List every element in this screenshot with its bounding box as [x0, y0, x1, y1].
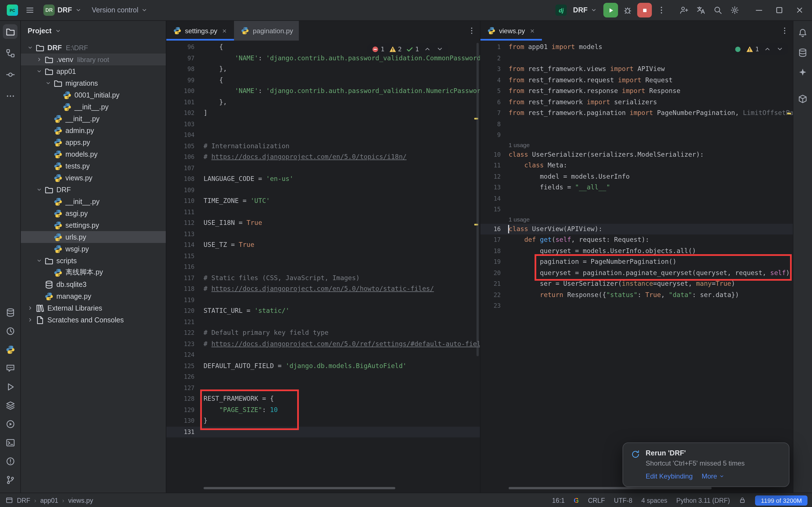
breadcrumb-item[interactable]: DRF	[17, 497, 30, 504]
code-line[interactable]: 117# Static files (CSS, JavaScript, Imag…	[166, 273, 480, 284]
code-line[interactable]: 106# https://docs.djangoproject.com/en/5…	[166, 152, 480, 163]
chevron-down-icon[interactable]	[35, 256, 43, 265]
chevron-right-icon[interactable]	[35, 55, 43, 64]
tree-item[interactable]: DRF	[21, 184, 166, 195]
tree-item[interactable]: models.py	[21, 148, 166, 160]
code-line[interactable]: 1 usage	[480, 215, 793, 223]
tree-item[interactable]: tests.py	[21, 160, 166, 172]
code-line[interactable]: 130}	[166, 415, 480, 427]
code-line[interactable]: 22 return Response({"status": True, "dat…	[480, 289, 793, 300]
database-tool-button[interactable]	[3, 305, 17, 320]
breadcrumb-item[interactable]: views.py	[68, 497, 93, 504]
tree-item[interactable]: 0001_initial.py	[21, 89, 166, 101]
encoding-widget[interactable]: UTF-8	[614, 497, 633, 504]
code-line[interactable]: 121	[166, 317, 480, 328]
code-line[interactable]: 23	[480, 300, 793, 312]
project-panel-header[interactable]: Project	[21, 21, 166, 41]
tree-item[interactable]: urls.py	[21, 231, 166, 243]
code-line[interactable]: 11 class Meta:	[480, 160, 793, 171]
code-line[interactable]: 113	[166, 229, 480, 239]
tree-item[interactable]: __init__.py	[21, 101, 166, 113]
code-line[interactable]: 12 model = models.UserInfo	[480, 171, 793, 182]
ai-chat-tool-button[interactable]	[3, 361, 17, 376]
horizontal-scrollbar[interactable]	[508, 487, 712, 489]
inspection-widget[interactable]: 1	[730, 43, 788, 55]
tree-item[interactable]: db.sqlite3	[21, 278, 166, 290]
tree-item[interactable]: __init__.py	[21, 113, 166, 124]
chev-up-icon[interactable]	[763, 45, 771, 53]
structure-tool-button[interactable]	[3, 46, 17, 60]
code-line[interactable]: 103	[166, 119, 480, 130]
code-line[interactable]: 7from rest_framework.pagination import P…	[480, 108, 793, 119]
chev-down-icon[interactable]	[436, 45, 444, 53]
more-actions-button[interactable]	[654, 3, 669, 17]
code-line[interactable]: 124	[166, 349, 480, 360]
code-line[interactable]: 9	[480, 130, 793, 140]
code-line[interactable]: 17 def get(self, request: Request):	[480, 234, 793, 245]
inspection-widget[interactable]: 121	[367, 43, 448, 55]
code-line[interactable]: 101 },	[166, 97, 480, 108]
chevron-down-icon[interactable]	[43, 78, 52, 88]
memory-indicator[interactable]: 1199 of 3200M	[755, 495, 808, 505]
debug-button[interactable]	[620, 3, 635, 17]
editor-tab-pagination-py[interactable]: pagination.py	[234, 21, 299, 41]
chev-up-icon[interactable]	[424, 45, 431, 53]
maximize-button[interactable]	[770, 2, 788, 18]
chevron-down-icon[interactable]	[35, 67, 43, 76]
close-button[interactable]	[791, 2, 809, 18]
tree-item[interactable]: .venvlibrary root	[21, 54, 166, 65]
tree-item[interactable]: 离线脚本.py	[21, 267, 166, 278]
code-line[interactable]: 99 {	[166, 75, 480, 86]
version-control-menu[interactable]: Version control	[88, 4, 152, 16]
notification-popup[interactable]: Rerun 'DRF' Shortcut 'Ctrl+F5' missed 5 …	[622, 443, 790, 487]
code-line[interactable]: 1 usage	[480, 140, 793, 149]
code-line[interactable]: 111	[166, 207, 480, 218]
history-tool-button[interactable]	[3, 324, 17, 338]
translate-button[interactable]	[694, 3, 708, 17]
code-line[interactable]: 16class UserView(APIView):	[480, 223, 793, 234]
minimize-button[interactable]	[750, 2, 768, 18]
main-menu-button[interactable]	[22, 3, 37, 17]
close-tab-icon[interactable]	[221, 27, 229, 35]
stop-button[interactable]	[637, 3, 652, 17]
run-button[interactable]	[603, 3, 618, 17]
horizontal-scrollbar[interactable]	[204, 487, 395, 489]
problems-tool-button[interactable]	[3, 454, 17, 468]
tree-item[interactable]: scripts	[21, 255, 166, 267]
grazie-icon[interactable]: G	[574, 496, 579, 504]
code-line[interactable]: 119	[166, 294, 480, 305]
chevron-down-icon[interactable]	[25, 43, 35, 52]
close-tab-icon[interactable]	[528, 27, 536, 35]
code-line[interactable]: 118# https://docs.djangoproject.com/en/5…	[166, 284, 480, 294]
tree-item[interactable]: views.py	[21, 172, 166, 184]
tab-options-button[interactable]	[463, 21, 480, 41]
code-line[interactable]: 6from rest_framework import serializers	[480, 97, 793, 108]
lock-icon[interactable]	[739, 497, 746, 504]
more-tools-tool-button[interactable]	[3, 89, 17, 103]
tree-item[interactable]: DRFE:\DRF	[21, 42, 166, 54]
tree-item[interactable]: app01	[21, 65, 166, 77]
vertical-scrollbar[interactable]	[477, 43, 479, 356]
tree-item[interactable]: settings.py	[21, 219, 166, 231]
code-line[interactable]: 109	[166, 185, 480, 195]
code-line[interactable]: 20 queryset = pagination.paginate_querys…	[480, 268, 793, 278]
commit-tool-button[interactable]	[3, 67, 17, 82]
code-line[interactable]: 13 fields = "__all__"	[480, 182, 793, 193]
line-separator-widget[interactable]: CRLF	[588, 497, 605, 504]
code-line[interactable]: 125DEFAULT_AUTO_FIELD = 'django.db.model…	[166, 360, 480, 372]
code-line[interactable]: 10class UserSerializer(serializers.Model…	[480, 149, 793, 160]
code-line[interactable]: 116	[166, 262, 480, 273]
code-line[interactable]: 105# Internationalization	[166, 140, 480, 152]
code-line[interactable]: 3from rest_framework.views import APIVie…	[480, 64, 793, 75]
code-line[interactable]: 123# https://docs.djangoproject.com/en/5…	[166, 338, 480, 349]
code-line[interactable]: 110TIME_ZONE = 'UTC'	[166, 195, 480, 207]
code-line[interactable]: 8	[480, 119, 793, 130]
project-selector[interactable]: DR DRF	[40, 2, 86, 18]
code-line[interactable]: 126	[166, 372, 480, 383]
editor-body-settings[interactable]: 96 {97 'NAME': 'django.contrib.auth.pass…	[166, 41, 480, 493]
caret-position-widget[interactable]: 16:1	[552, 497, 565, 504]
code-line[interactable]: 128REST_FRAMEWORK = {	[166, 393, 480, 404]
code-line[interactable]: 131	[166, 427, 480, 437]
settings-button[interactable]	[727, 3, 742, 17]
code-line[interactable]: 19 pagination = PageNumberPagination()	[480, 257, 793, 268]
